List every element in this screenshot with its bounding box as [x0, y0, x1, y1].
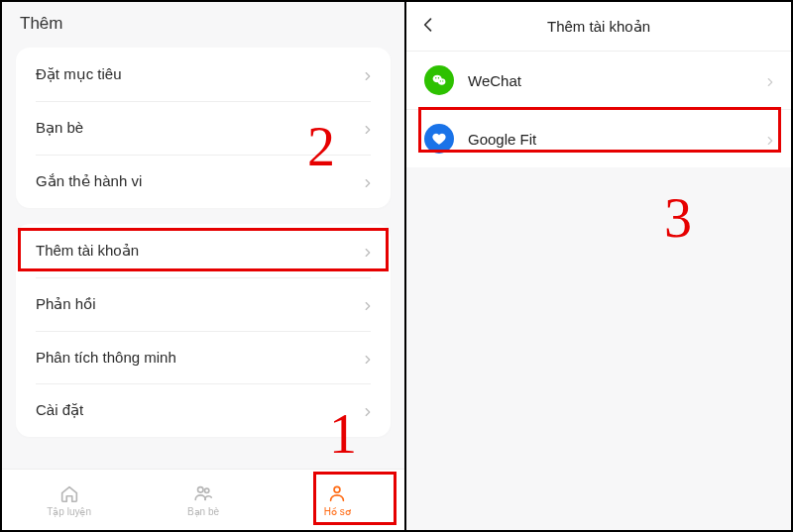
svg-point-8 — [442, 80, 443, 81]
nav-label: Hồ sơ — [324, 506, 351, 517]
row-friends[interactable]: Bạn bè — [16, 101, 391, 155]
chevron-left-icon — [418, 15, 438, 39]
chevron-right-icon — [763, 75, 773, 85]
bottom-nav: Tập luyện Bạn bè Hồ sơ — [2, 469, 404, 530]
row-smart-analysis[interactable]: Phân tích thông minh — [16, 331, 391, 383]
row-label: Phản hồi — [36, 295, 96, 313]
chevron-right-icon — [763, 134, 773, 144]
settings-group-1: Đặt mục tiêu Bạn bè Gắn thẻ hành vi — [16, 48, 391, 208]
svg-point-1 — [204, 488, 208, 492]
nav-friends[interactable]: Bạn bè — [136, 470, 270, 530]
row-label: Đặt mục tiêu — [36, 65, 122, 83]
row-label: Phân tích thông minh — [36, 349, 176, 366]
svg-point-7 — [440, 80, 441, 81]
svg-point-2 — [334, 486, 340, 492]
row-label: Thêm tài khoản — [36, 242, 139, 260]
nav-workout[interactable]: Tập luyện — [2, 470, 136, 530]
row-behavior-tags[interactable]: Gắn thẻ hành vi — [16, 155, 391, 208]
row-feedback[interactable]: Phản hồi — [16, 277, 391, 331]
account-label: Google Fit — [468, 131, 749, 148]
nav-label: Tập luyện — [47, 506, 91, 517]
chevron-right-icon — [361, 246, 371, 256]
chevron-right-icon — [361, 123, 371, 133]
account-list: WeChat Google Fit — [406, 52, 791, 167]
svg-point-6 — [438, 77, 439, 78]
chevron-right-icon — [361, 176, 371, 186]
screen-add-account: Thêm tài khoản WeChat Google Fit — [406, 2, 791, 530]
svg-point-5 — [435, 77, 436, 78]
home-icon — [58, 482, 80, 504]
page-title: Thêm tài khoản — [406, 18, 791, 36]
wechat-icon — [424, 65, 454, 95]
back-button[interactable] — [406, 15, 450, 39]
chevron-right-icon — [361, 299, 371, 309]
row-add-account[interactable]: Thêm tài khoản — [16, 224, 391, 277]
right-header: Thêm tài khoản — [406, 2, 791, 52]
row-set-goals[interactable]: Đặt mục tiêu — [16, 48, 391, 101]
profile-icon — [326, 482, 348, 504]
chevron-right-icon — [361, 353, 371, 363]
section-header: Thêm — [2, 2, 404, 40]
svg-point-4 — [438, 78, 446, 84]
row-label: Bạn bè — [36, 119, 83, 137]
row-label: Cài đặt — [36, 401, 83, 419]
svg-point-0 — [197, 487, 203, 493]
nav-profile[interactable]: Hồ sơ — [271, 470, 404, 530]
screen-profile-more: Thêm Đặt mục tiêu Bạn bè Gắn thẻ hành vi — [2, 2, 406, 530]
account-wechat[interactable]: WeChat — [406, 52, 791, 109]
google-fit-icon — [424, 124, 454, 154]
chevron-right-icon — [361, 405, 371, 415]
account-google-fit[interactable]: Google Fit — [406, 109, 791, 167]
friends-icon — [192, 482, 214, 504]
tutorial-composite: Thêm Đặt mục tiêu Bạn bè Gắn thẻ hành vi — [0, 0, 793, 532]
settings-group-2: Thêm tài khoản Phản hồi Phân tích thông … — [16, 224, 391, 437]
nav-label: Bạn bè — [187, 506, 219, 517]
chevron-right-icon — [361, 69, 371, 79]
account-label: WeChat — [468, 72, 749, 89]
row-settings[interactable]: Cài đặt — [16, 383, 391, 437]
row-label: Gắn thẻ hành vi — [36, 172, 142, 190]
right-body-empty — [406, 167, 791, 530]
